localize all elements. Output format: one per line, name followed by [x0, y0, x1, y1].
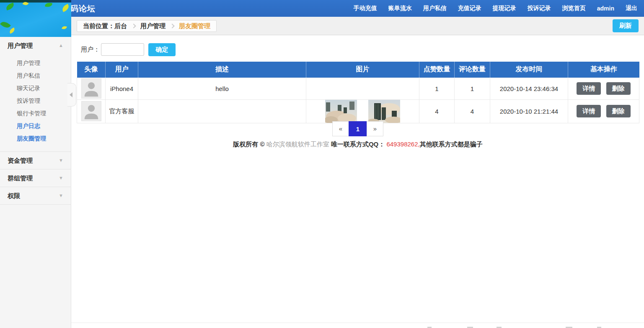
breadcrumb: 当前位置：后台 用户管理 朋友圈管理: [77, 20, 217, 32]
sidebar-item-chat-records[interactable]: 聊天记录: [0, 82, 71, 94]
description-cell: hello: [138, 78, 306, 99]
actions-cell: 详情 删除: [568, 78, 639, 99]
sidebar-collapse-handle[interactable]: [67, 83, 76, 107]
likes-cell: 1: [419, 78, 455, 99]
col-header-comments: 评论数量: [455, 62, 490, 78]
chevron-down-icon: ▼: [59, 169, 63, 187]
breadcrumb-bar: 当前位置：后台 用户管理 朋友圈管理 刷新: [0, 17, 644, 35]
user-search-input[interactable]: [101, 43, 144, 56]
footer-studio-link[interactable]: 哈尔滨领航软件工作室: [266, 141, 329, 148]
table-header-row: 头像 用户 描述 图片 点赞数量 评论数量 发布时间 基本操作: [77, 62, 639, 78]
footer-contact-label: 唯一联系方式QQ：: [331, 141, 385, 148]
description-cell: [138, 99, 306, 123]
top-header-bar: 数码论坛 手动充值 账单流水 用户私信 充值记录 提现记录 投诉记录 浏览首页 …: [0, 0, 644, 17]
nav-logout[interactable]: 退出: [626, 5, 637, 12]
post-image-city-demolition-1[interactable]: [325, 100, 357, 123]
breadcrumb-location: 当前位置：后台: [83, 22, 127, 30]
delete-button[interactable]: 删除: [606, 82, 631, 95]
sidebar-group-permissions: 权限 ▼: [0, 187, 71, 205]
nav-withdraw-records[interactable]: 提现记录: [493, 5, 516, 12]
nav-user-messages[interactable]: 用户私信: [423, 5, 447, 12]
sidebar-group-label: 群组管理: [8, 174, 33, 182]
refresh-button[interactable]: 刷新: [613, 19, 639, 32]
sidebar-item-moments-management[interactable]: 朋友圈管理: [0, 132, 71, 145]
chevron-down-icon: ▼: [59, 187, 63, 204]
sidebar-group-label: 用户管理: [8, 42, 33, 49]
sidebar-group-user-management: 用户管理 ▲ 用户管理 用户私信 聊天记录 投诉管理 银行卡管理 用户日志 朋友…: [0, 37, 71, 152]
chevron-left-icon: [70, 92, 72, 97]
breadcrumb-parent[interactable]: 用户管理: [140, 22, 166, 30]
page-1-button[interactable]: 1: [349, 121, 367, 136]
sidebar-group-header-user-management[interactable]: 用户管理 ▲: [0, 37, 71, 54]
likes-cell: 4: [419, 99, 455, 123]
chevron-right-icon: [170, 23, 174, 28]
top-nav: 手动充值 账单流水 用户私信 充值记录 提现记录 投诉记录 浏览首页 admin…: [354, 0, 637, 17]
user-cell: 官方客服: [106, 99, 138, 123]
sidebar: 用户管理 ▲ 用户管理 用户私信 聊天记录 投诉管理 银行卡管理 用户日志 朋友…: [0, 37, 71, 328]
leaf-icon: [45, 2, 52, 8]
sidebar-sublist: 用户管理 用户私信 聊天记录 投诉管理 银行卡管理 用户日志 朋友圈管理: [0, 54, 71, 151]
footer-warning-text: 其他联系方式都是骗子: [420, 141, 483, 148]
prev-page-button[interactable]: «: [332, 121, 349, 136]
col-header-actions: 基本操作: [568, 62, 639, 78]
avatar-cell: [77, 78, 106, 99]
nav-browse-home[interactable]: 浏览首页: [562, 5, 586, 12]
admin-page: 数码论坛 手动充值 账单流水 用户私信 充值记录 提现记录 投诉记录 浏览首页 …: [0, 0, 644, 328]
sidebar-group-groups: 群组管理 ▼: [0, 169, 71, 187]
delete-button[interactable]: 删除: [606, 105, 631, 117]
pagination: « 1 »: [77, 121, 639, 136]
sidebar-group-header-funds[interactable]: 资金管理 ▼: [0, 152, 71, 169]
sidebar-group-funds: 资金管理 ▼: [0, 152, 71, 169]
published-cell: 2020-10-14 23:46:34: [490, 78, 568, 99]
sidebar-group-label: 资金管理: [8, 157, 33, 164]
col-header-images: 图片: [306, 62, 419, 78]
sidebar-item-user-messages[interactable]: 用户私信: [0, 69, 71, 82]
breadcrumb-current: 朋友圈管理: [179, 22, 210, 30]
nav-bill-flow[interactable]: 账单流水: [388, 5, 412, 12]
images-cell: [306, 99, 419, 123]
moments-table: 头像 用户 描述 图片 点赞数量 评论数量 发布时间 基本操作 i: [77, 62, 639, 123]
screen-edge-artifact: [71, 323, 644, 328]
comments-cell: 1: [455, 78, 490, 99]
leaf-icon: [9, 28, 16, 34]
sidebar-item-user-logs[interactable]: 用户日志: [0, 120, 71, 132]
sidebar-group-label: 权限: [8, 192, 20, 199]
footer-qq-number: 649398262,: [386, 141, 419, 148]
published-cell: 2020-10-10 21:21:44: [490, 99, 568, 123]
nav-admin-account[interactable]: admin: [597, 5, 614, 12]
footer-copyright-text: 版权所有 ©: [233, 141, 264, 148]
sidebar-group-header-permissions[interactable]: 权限 ▼: [0, 187, 71, 204]
nav-manual-recharge[interactable]: 手动充值: [354, 5, 377, 12]
col-header-avatar: 头像: [77, 62, 106, 78]
table-row: 官方客服: [77, 99, 639, 123]
site-logo[interactable]: [0, 0, 71, 37]
search-row: 用户： 确定: [81, 43, 176, 56]
chevron-up-icon: ▲: [59, 37, 63, 54]
col-header-description: 描述: [138, 62, 306, 78]
images-cell: [306, 78, 419, 99]
table-row: iPhone4 hello 1 1 2020-10-14 23:46:34 详情…: [77, 78, 639, 99]
leaf-icon: [0, 20, 11, 30]
detail-button[interactable]: 详情: [577, 105, 601, 117]
sidebar-item-bankcard-management[interactable]: 银行卡管理: [0, 107, 71, 120]
next-page-button[interactable]: »: [367, 121, 383, 136]
detail-button[interactable]: 详情: [577, 82, 601, 95]
leaf-icon: [61, 4, 70, 12]
comments-cell: 4: [455, 99, 490, 123]
leaf-icon: [62, 26, 67, 30]
col-header-user: 用户: [106, 62, 138, 78]
chevron-down-icon: ▼: [59, 152, 63, 169]
avatar: [81, 101, 101, 121]
avatar: [81, 78, 101, 99]
col-header-published: 发布时间: [490, 62, 568, 78]
user-search-label: 用户：: [81, 46, 100, 54]
footer-copyright: 版权所有 © 哈尔滨领航软件工作室 唯一联系方式QQ： 649398262,其他…: [77, 141, 639, 148]
sidebar-group-header-groups[interactable]: 群组管理 ▼: [0, 169, 71, 187]
post-image-city-demolition-2[interactable]: [368, 100, 400, 123]
confirm-button[interactable]: 确定: [148, 43, 176, 56]
sidebar-item-user-management[interactable]: 用户管理: [0, 57, 71, 69]
actions-cell: 详情 删除: [568, 99, 639, 123]
nav-complaint-records[interactable]: 投诉记录: [528, 5, 551, 12]
nav-recharge-records[interactable]: 充值记录: [458, 5, 481, 12]
sidebar-item-complaint-management[interactable]: 投诉管理: [0, 94, 71, 107]
